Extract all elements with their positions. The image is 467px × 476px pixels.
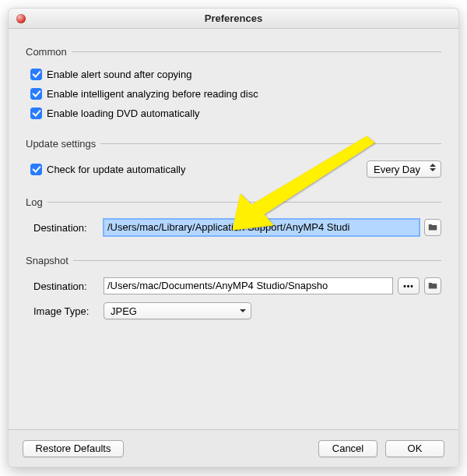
input-log-destination-value: /Users/mac/Library/Application Support/A… [107, 221, 349, 233]
label-log-destination: Destination: [33, 222, 104, 234]
label-check-update: Check for update automatically [47, 164, 185, 175]
checkbox-check-update[interactable] [30, 164, 42, 175]
input-snapshot-destination[interactable]: /Users/mac/Documents/AnyMP4 Studio/Snaps… [104, 277, 393, 294]
browse-snapshot-folder-button[interactable] [424, 277, 441, 294]
ok-label: OK [408, 443, 423, 454]
content-area: Common Enable alert sound after copying … [9, 29, 458, 324]
input-snapshot-destination-value: /Users/mac/Documents/AnyMP4 Studio/Snaps… [107, 280, 328, 291]
select-update-frequency[interactable]: Every Day [367, 160, 441, 178]
label-snapshot-destination: Destination: [33, 280, 104, 292]
window-title: Preferences [205, 12, 262, 24]
label-loading-dvd: Enable loading DVD automatically [47, 108, 200, 119]
group-update-legend: Update settings [24, 138, 100, 150]
browse-log-folder-button[interactable] [424, 219, 441, 236]
input-log-destination[interactable]: /Users/mac/Library/Application Support/A… [104, 219, 420, 236]
group-common-legend: Common [24, 46, 72, 58]
checkbox-intelligent-analyzing[interactable] [30, 88, 42, 100]
select-image-type-value: JPEG [111, 305, 137, 317]
checkbox-loading-dvd[interactable] [30, 108, 42, 119]
checkbox-alert-sound[interactable] [30, 69, 42, 80]
more-snapshot-button[interactable]: ••• [398, 277, 420, 294]
label-alert-sound: Enable alert sound after copying [47, 69, 191, 80]
group-update: Update settings Check for update automat… [26, 138, 441, 182]
cancel-label: Cancel [332, 443, 363, 454]
chevron-updown-icon [430, 164, 436, 171]
restore-defaults-button[interactable]: Restore Defaults [23, 440, 124, 457]
group-snapshot-legend: Snapshot [24, 255, 73, 266]
label-image-type: Image Type: [33, 305, 104, 317]
preferences-window: Preferences Common Enable alert sound af… [8, 8, 459, 467]
select-update-frequency-value: Every Day [374, 164, 420, 175]
folder-icon [427, 222, 438, 233]
bottom-bar: Restore Defaults Cancel OK [9, 429, 458, 467]
ellipsis-icon: ••• [403, 282, 414, 291]
group-log: Log Destination: /Users/mac/Library/Appl… [26, 196, 441, 241]
group-common: Common Enable alert sound after copying … [26, 46, 441, 124]
folder-icon [427, 280, 438, 291]
select-image-type[interactable]: JPEG [104, 302, 251, 319]
restore-defaults-label: Restore Defaults [36, 443, 111, 454]
titlebar: Preferences [9, 9, 458, 29]
ok-button[interactable]: OK [385, 440, 444, 457]
group-log-legend: Log [24, 196, 47, 208]
label-intelligent-analyzing: Enable intelligent analyzing before read… [47, 88, 258, 100]
cancel-button[interactable]: Cancel [318, 440, 377, 457]
group-snapshot: Snapshot Destination: /Users/mac/Documen… [26, 255, 441, 324]
chevron-down-icon [240, 309, 246, 312]
close-window-icon[interactable] [16, 14, 26, 23]
